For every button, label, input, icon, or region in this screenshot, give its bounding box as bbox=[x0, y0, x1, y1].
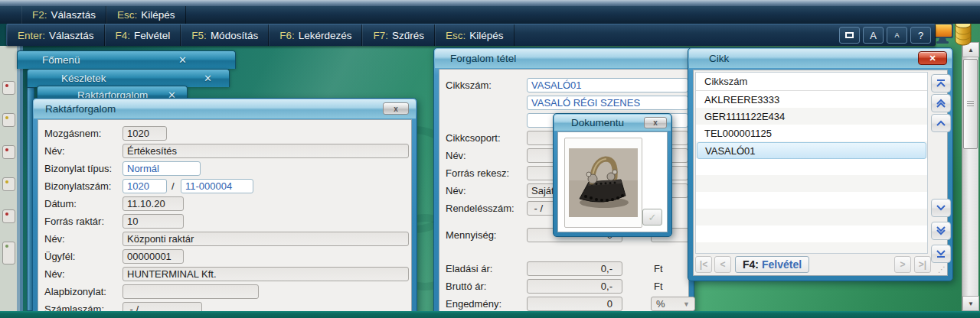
scroll-to-top-button[interactable] bbox=[931, 74, 951, 92]
shortcut-label: Felvétel bbox=[134, 30, 170, 41]
window-dokumentum: Dokumentu x bbox=[553, 113, 672, 237]
window-body: Cikkszám AKLREERE3333 GER1111122E434 TEL… bbox=[693, 70, 948, 276]
scrollbar-thumb[interactable] bbox=[963, 59, 978, 149]
maximize-button[interactable] bbox=[839, 27, 860, 44]
close-icon[interactable]: x bbox=[644, 117, 667, 128]
forras-raktar-input[interactable]: 10 bbox=[122, 214, 184, 229]
window-title: Dokumentu bbox=[571, 117, 624, 128]
last-record-button[interactable]: >| bbox=[914, 256, 931, 273]
field-label: Engedmény: bbox=[446, 297, 501, 311]
window-titlebar[interactable]: Cikk bbox=[689, 49, 952, 68]
field-label: Név: bbox=[44, 232, 65, 246]
f4-felvetel-button[interactable]: F4: Felvétel bbox=[735, 256, 809, 273]
field-label: Dátum: bbox=[44, 196, 77, 211]
engedmeny-input[interactable]: 0 bbox=[527, 297, 622, 311]
close-icon[interactable]: ✕ bbox=[204, 73, 212, 84]
first-record-button[interactable]: |< bbox=[695, 256, 712, 273]
ugyfel-nev-input[interactable]: HUNTERMINAL Kft. bbox=[122, 267, 409, 281]
field-label: Mennyiség: bbox=[446, 228, 496, 242]
list-item[interactable]: GER1111122E434 bbox=[697, 109, 926, 125]
list-item-selected[interactable]: VASALÓ01 bbox=[697, 142, 926, 159]
window-keszletek-titlebar[interactable]: Készletek ✕ bbox=[27, 69, 230, 87]
ugyfel-input[interactable]: 00000001 bbox=[122, 249, 184, 264]
window-titlebar[interactable]: Forgalom tétel bbox=[435, 49, 693, 68]
shortcut-f7-szures[interactable]: F7: Szűrés bbox=[362, 24, 435, 46]
shortcut-key: Esc: bbox=[446, 30, 466, 41]
shortcut-f6-lekerdezes[interactable]: F6: Lekérdezés bbox=[269, 24, 362, 46]
shortcut-f2-valasztas[interactable]: F2: Választás bbox=[21, 6, 106, 24]
confirm-check-button[interactable]: ✓ bbox=[642, 209, 662, 226]
window-body: Mozgásnem: 1020 Név: Értékesítés Bizonyl… bbox=[38, 119, 412, 314]
background-window-button[interactable] bbox=[2, 113, 15, 127]
window-title: Raktárforgalom bbox=[45, 103, 116, 115]
window-buttons-group: A A ? bbox=[836, 27, 931, 44]
window-fomenu-titlebar[interactable]: Főmenü ✕ bbox=[17, 50, 236, 69]
desktop-scrollbar[interactable]: ▲ ▼ bbox=[962, 42, 978, 311]
shortcut-label: Választás bbox=[49, 30, 94, 41]
field-label: Név: bbox=[44, 267, 65, 281]
help-button[interactable]: ? bbox=[910, 27, 931, 44]
scroll-down-button[interactable]: ▼ bbox=[962, 296, 979, 311]
shortcut-label: Módosítás bbox=[211, 30, 258, 41]
field-label: Rendelésszám: bbox=[446, 201, 514, 216]
background-window-button[interactable] bbox=[2, 177, 15, 191]
resize-grip[interactable]: ⋰ bbox=[938, 265, 946, 274]
font-small-button[interactable]: A bbox=[887, 27, 907, 44]
double-chevron-up-icon bbox=[935, 98, 947, 109]
raktar-nev-input[interactable]: Központi raktár bbox=[122, 232, 409, 246]
eladasi-ar-input[interactable]: 0,- bbox=[527, 261, 622, 276]
background-window-button[interactable] bbox=[2, 145, 15, 159]
cikkszam-input[interactable]: VASALÓ01 bbox=[527, 78, 688, 92]
close-icon[interactable]: ✕ bbox=[918, 51, 947, 65]
shortcut-f4-felvetel[interactable]: F4: Felvétel bbox=[105, 24, 181, 46]
maximize-icon bbox=[845, 32, 854, 38]
yellow-dot-icon bbox=[5, 116, 8, 119]
shortcut-esc-kilepes[interactable]: Esc: Kilépés bbox=[435, 24, 514, 46]
shortcut-key: F4: bbox=[743, 258, 759, 271]
chevron-up-line-icon bbox=[935, 78, 947, 89]
engedmeny-unit-dropdown[interactable]: % ▼ bbox=[651, 297, 695, 311]
mozgasnem-nev-input[interactable]: Értékesítés bbox=[122, 144, 409, 158]
background-window-button[interactable] bbox=[2, 242, 15, 264]
shortcut-enter-valasztas[interactable]: Enter: Választás bbox=[7, 24, 105, 46]
red-dot-icon bbox=[5, 148, 8, 151]
window-titlebar[interactable]: Raktárforgalom bbox=[34, 99, 416, 118]
page-up-button[interactable] bbox=[931, 94, 951, 112]
currency-unit: Ft bbox=[654, 279, 663, 294]
background-window-button[interactable] bbox=[2, 81, 15, 95]
close-icon[interactable]: ✕ bbox=[178, 54, 187, 66]
bizonylatszam-prefix-input[interactable]: 1020 bbox=[122, 179, 167, 193]
currency-unit: Ft bbox=[654, 261, 663, 276]
shortcut-esc-kilepes[interactable]: Esc: Kilépés bbox=[106, 6, 186, 24]
mozgasnem-input[interactable]: 1020 bbox=[122, 126, 167, 141]
field-label: Bizonylatszám: bbox=[44, 179, 111, 193]
cikk-nev-input[interactable]: VASALÓ RÉGI SZENES bbox=[527, 96, 688, 110]
list-item[interactable]: TEL000001125 bbox=[697, 125, 926, 142]
row-down-button[interactable] bbox=[931, 199, 951, 217]
scroll-to-bottom-button[interactable] bbox=[931, 245, 951, 263]
close-icon[interactable]: x bbox=[383, 102, 409, 115]
cikk-list: Cikkszám AKLREERE3333 GER1111122E434 TEL… bbox=[695, 72, 928, 254]
bizonylatszam-input[interactable]: 11-000004 bbox=[181, 179, 253, 193]
field-label: Ügyfél: bbox=[44, 249, 75, 264]
shortcut-key: F4: bbox=[116, 30, 131, 41]
page-down-button[interactable] bbox=[931, 222, 951, 240]
field-label: Név: bbox=[44, 144, 65, 158]
field-label: Név: bbox=[446, 183, 466, 198]
datum-input[interactable]: 11.10.20 bbox=[122, 196, 184, 211]
window-title: Főmenü bbox=[42, 54, 80, 66]
alapbizonylat-input[interactable] bbox=[122, 284, 259, 299]
font-large-button[interactable]: A bbox=[863, 27, 884, 44]
background-window-button[interactable] bbox=[2, 209, 15, 223]
field-label: Forrás rekesz: bbox=[446, 166, 509, 180]
bizonylat-tipus-input[interactable]: Normál bbox=[122, 161, 201, 176]
database-icon[interactable] bbox=[954, 20, 972, 48]
window-cikk: Cikk ✕ Cikkszám AKLREERE3333 GER1111122E… bbox=[688, 47, 953, 281]
prev-record-button[interactable]: < bbox=[714, 256, 731, 273]
brutto-ar-input[interactable]: 0,- bbox=[527, 279, 622, 294]
next-record-button[interactable]: > bbox=[894, 256, 911, 273]
row-up-button[interactable] bbox=[931, 114, 951, 132]
list-item[interactable]: AKLREERE3333 bbox=[697, 92, 926, 109]
field-label: Alapbizonylat: bbox=[44, 284, 106, 299]
shortcut-f5-modositas[interactable]: F5: Módosítás bbox=[181, 24, 269, 46]
